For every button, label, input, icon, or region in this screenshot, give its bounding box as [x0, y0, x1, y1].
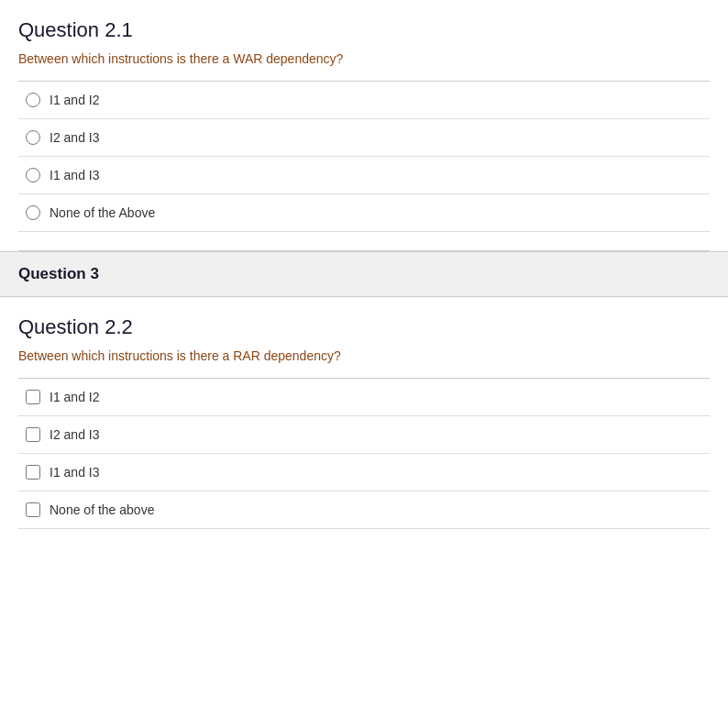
list-item[interactable]: I2 and I3 [18, 119, 710, 157]
question-22-title: Question 2.2 [18, 315, 710, 339]
list-item[interactable]: None of the Above [18, 194, 710, 232]
section-3-title: Question 3 [18, 265, 99, 282]
checkbox-q22-opt3[interactable] [26, 465, 40, 480]
radio-q21-opt3[interactable] [26, 168, 40, 182]
list-item[interactable]: I1 and I2 [18, 82, 710, 119]
question-21-section: Question 2.1 Between which instructions … [0, 0, 728, 251]
question-22-options: I1 and I2 I2 and I3 I1 and I3 None of th… [18, 378, 710, 529]
checkbox-q22-opt1[interactable] [26, 390, 40, 404]
radio-q21-opt1[interactable] [26, 93, 40, 107]
question-22-prompt: Between which instructions is there a RA… [18, 348, 710, 363]
list-item[interactable]: I1 and I3 [18, 454, 710, 491]
question-22-section: Question 2.2 Between which instructions … [0, 297, 728, 547]
checkbox-q22-opt2[interactable] [26, 427, 40, 442]
question-21-prompt: Between which instructions is there a WA… [18, 51, 710, 66]
question-21-title: Question 2.1 [18, 18, 710, 42]
radio-q21-opt2[interactable] [26, 130, 40, 145]
option-label[interactable]: I1 and I3 [50, 168, 100, 182]
list-item[interactable]: None of the above [18, 491, 710, 529]
question-21-options: I1 and I2 I2 and I3 I1 and I3 None of th… [18, 81, 710, 232]
list-item[interactable]: I2 and I3 [18, 416, 710, 454]
option-label[interactable]: I2 and I3 [50, 427, 100, 442]
radio-q21-opt4[interactable] [26, 205, 40, 220]
option-label[interactable]: I2 and I3 [50, 130, 100, 145]
section-3-header: Question 3 [0, 251, 728, 297]
option-label[interactable]: I1 and I3 [50, 465, 100, 480]
list-item[interactable]: I1 and I2 [18, 379, 710, 416]
list-item[interactable]: I1 and I3 [18, 157, 710, 194]
checkbox-q22-opt4[interactable] [26, 502, 40, 517]
option-label[interactable]: None of the above [50, 502, 154, 517]
option-label[interactable]: I1 and I2 [50, 93, 100, 107]
option-label[interactable]: None of the Above [50, 205, 155, 220]
option-label[interactable]: I1 and I2 [50, 390, 100, 404]
